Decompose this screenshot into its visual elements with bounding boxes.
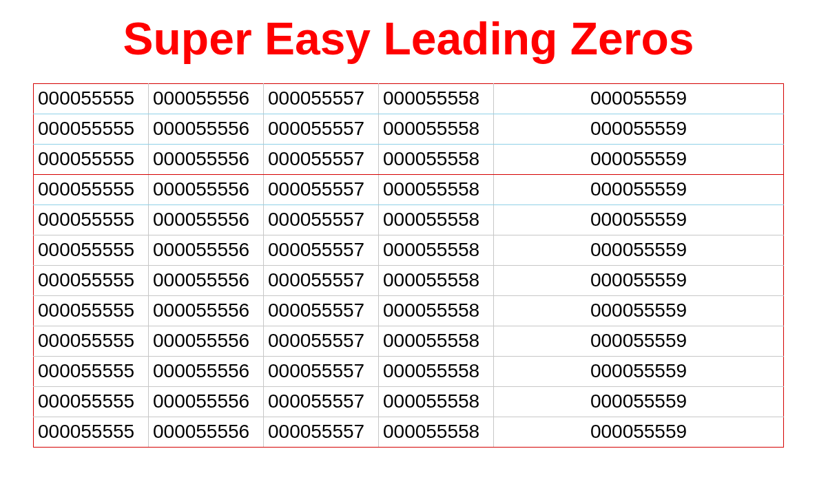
cell[interactable]: 000055557 (264, 295, 379, 326)
cell[interactable]: 000055557 (264, 114, 379, 144)
cell[interactable]: 000055559 (494, 295, 784, 326)
cell[interactable]: 000055557 (264, 265, 379, 295)
cell[interactable]: 000055559 (494, 174, 784, 204)
cell[interactable]: 000055555 (34, 326, 149, 356)
cell[interactable]: 000055557 (264, 144, 379, 174)
cell[interactable]: 000055556 (149, 295, 264, 326)
cell[interactable]: 000055555 (34, 417, 149, 447)
cell[interactable]: 000055557 (264, 204, 379, 235)
cell[interactable]: 000055558 (379, 265, 494, 295)
cell[interactable]: 000055556 (149, 174, 264, 204)
table-row: 000055555 000055556 000055557 000055558 … (34, 356, 784, 386)
cell[interactable]: 000055558 (379, 144, 494, 174)
table-row: 000055555 000055556 000055557 000055558 … (34, 144, 784, 174)
cell[interactable]: 000055556 (149, 114, 264, 144)
cell[interactable]: 000055557 (264, 174, 379, 204)
cell[interactable]: 000055558 (379, 326, 494, 356)
cell[interactable]: 000055559 (494, 265, 784, 295)
cell[interactable]: 000055559 (494, 326, 784, 356)
cell[interactable]: 000055555 (34, 235, 149, 265)
table-row: 000055555 000055556 000055557 000055558 … (34, 386, 784, 417)
cell[interactable]: 000055556 (149, 386, 264, 417)
data-grid-body: 000055555 000055556 000055557 000055558 … (34, 83, 784, 447)
cell[interactable]: 000055559 (494, 356, 784, 386)
cell[interactable]: 000055557 (264, 386, 379, 417)
table-row: 000055555 000055556 000055557 000055558 … (34, 417, 784, 447)
cell[interactable]: 000055555 (34, 295, 149, 326)
cell[interactable]: 000055555 (34, 356, 149, 386)
cell[interactable]: 000055555 (34, 174, 149, 204)
cell[interactable]: 000055558 (379, 114, 494, 144)
data-grid-wrap: 000055555 000055556 000055557 000055558 … (33, 83, 784, 448)
cell[interactable]: 000055558 (379, 83, 494, 114)
cell[interactable]: 000055558 (379, 235, 494, 265)
cell[interactable]: 000055555 (34, 83, 149, 114)
table-row: 000055555 000055556 000055557 000055558 … (34, 204, 784, 235)
cell[interactable]: 000055556 (149, 265, 264, 295)
cell[interactable]: 000055555 (34, 204, 149, 235)
cell[interactable]: 000055556 (149, 235, 264, 265)
cell[interactable]: 000055557 (264, 356, 379, 386)
cell[interactable]: 000055558 (379, 295, 494, 326)
table-row: 000055555 000055556 000055557 000055558 … (34, 174, 784, 204)
cell[interactable]: 000055556 (149, 204, 264, 235)
table-row: 000055555 000055556 000055557 000055558 … (34, 235, 784, 265)
cell[interactable]: 000055558 (379, 356, 494, 386)
cell[interactable]: 000055556 (149, 83, 264, 114)
cell[interactable]: 000055558 (379, 204, 494, 235)
cell[interactable]: 000055559 (494, 144, 784, 174)
cell[interactable]: 000055559 (494, 417, 784, 447)
cell[interactable]: 000055555 (34, 386, 149, 417)
cell[interactable]: 000055558 (379, 417, 494, 447)
table-row: 000055555 000055556 000055557 000055558 … (34, 326, 784, 356)
cell[interactable]: 000055555 (34, 114, 149, 144)
cell[interactable]: 000055556 (149, 417, 264, 447)
cell[interactable]: 000055556 (149, 326, 264, 356)
table-row: 000055555 000055556 000055557 000055558 … (34, 295, 784, 326)
cell[interactable]: 000055557 (264, 326, 379, 356)
cell[interactable]: 000055555 (34, 144, 149, 174)
cell[interactable]: 000055557 (264, 417, 379, 447)
cell[interactable]: 000055558 (379, 386, 494, 417)
cell[interactable]: 000055556 (149, 356, 264, 386)
cell[interactable]: 000055559 (494, 386, 784, 417)
cell[interactable]: 000055557 (264, 83, 379, 114)
cell[interactable]: 000055555 (34, 265, 149, 295)
page-title: Super Easy Leading Zeros (0, 14, 817, 64)
cell[interactable]: 000055559 (494, 235, 784, 265)
cell[interactable]: 000055559 (494, 204, 784, 235)
table-row: 000055555 000055556 000055557 000055558 … (34, 265, 784, 295)
table-row: 000055555 000055556 000055557 000055558 … (34, 83, 784, 114)
cell[interactable]: 000055559 (494, 83, 784, 114)
cell[interactable]: 000055556 (149, 144, 264, 174)
page: Super Easy Leading Zeros 000055555 00005… (0, 0, 817, 504)
cell[interactable]: 000055557 (264, 235, 379, 265)
data-grid: 000055555 000055556 000055557 000055558 … (33, 83, 784, 448)
table-row: 000055555 000055556 000055557 000055558 … (34, 114, 784, 144)
cell[interactable]: 000055559 (494, 114, 784, 144)
cell[interactable]: 000055558 (379, 174, 494, 204)
